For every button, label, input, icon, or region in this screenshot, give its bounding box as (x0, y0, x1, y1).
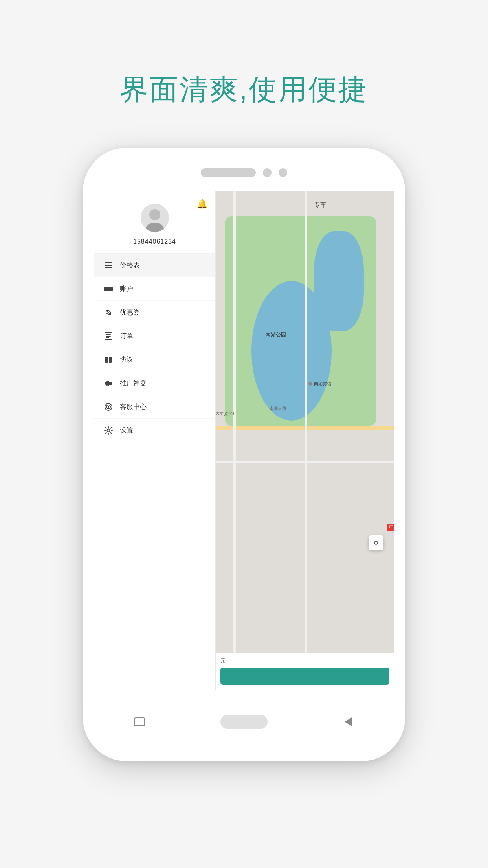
avatar (141, 204, 169, 232)
nav-back-icon (345, 717, 352, 726)
svg-rect-10 (106, 334, 111, 335)
phone-top-bar (201, 168, 287, 177)
user-phone-number: 15844061234 (133, 238, 176, 245)
svg-point-1 (149, 209, 160, 220)
map-label-university: 大学(南区) (216, 411, 234, 416)
map-label-hotel: 南湖宾馆 (308, 381, 331, 387)
svg-point-19 (108, 406, 109, 408)
nav-recent-button[interactable] (130, 712, 149, 732)
account-label: 账户 (120, 284, 133, 293)
settings-label: 设置 (120, 426, 133, 435)
map-red-text: 广 (389, 524, 393, 530)
map-view: 专车 南湖公园 南湖大路 南湖宾馆 大学(南区) (216, 191, 394, 690)
page-title: 界面清爽,使用便捷 (120, 71, 368, 108)
sidebar-item-price-list[interactable]: 价格表 (94, 254, 215, 277)
svg-rect-14 (109, 357, 112, 363)
sidebar-item-settings[interactable]: 设置 (94, 419, 215, 442)
map-hotel-text: 南湖宾馆 (314, 381, 331, 387)
svg-rect-13 (105, 357, 108, 363)
settings-icon (103, 426, 114, 435)
support-label: 客服中心 (120, 402, 147, 411)
sidebar-item-coupon[interactable]: 优惠券 (94, 301, 215, 324)
map-lake2 (314, 231, 364, 331)
svg-rect-4 (105, 265, 112, 266)
sidebar-header: 🔔 15844061234 (94, 191, 215, 254)
phone-camera-2 (279, 168, 287, 177)
sidebar-drawer: 🔔 15844061234 (94, 191, 216, 690)
svg-rect-7 (105, 289, 108, 289)
price-list-label: 价格表 (120, 261, 140, 270)
svg-rect-16 (106, 384, 107, 386)
sidebar-item-orders[interactable]: 订单 (94, 324, 215, 348)
nav-back-button[interactable] (339, 712, 358, 732)
agreement-label: 协议 (120, 355, 133, 364)
sidebar-menu: 价格表 账户 (94, 254, 215, 690)
svg-rect-3 (105, 262, 112, 263)
agreement-icon (103, 356, 114, 364)
account-icon (103, 286, 114, 292)
phone-bottom-nav (94, 702, 394, 741)
map-label-park: 南湖公园 (266, 331, 286, 338)
svg-rect-12 (106, 337, 109, 338)
price-list-icon (103, 262, 114, 268)
support-icon (103, 403, 114, 411)
orders-label: 订单 (120, 331, 133, 340)
svg-rect-15 (109, 382, 112, 385)
phone-camera-1 (263, 168, 272, 177)
sidebar-item-promotion[interactable]: 推广神器 (94, 371, 215, 395)
phone-mockup: 🔔 15844061234 (83, 148, 405, 761)
phone-screen: 🔔 15844061234 (94, 191, 394, 690)
svg-point-8 (107, 311, 108, 312)
phone-speaker (201, 168, 256, 177)
map-bottom-panel: 元 (216, 653, 394, 690)
sidebar-item-support[interactable]: 客服中心 (94, 395, 215, 419)
sidebar-item-account[interactable]: 账户 (94, 277, 215, 301)
map-road-vertical-2 (305, 191, 307, 690)
map-label-road-nanhu: 南湖大路 (269, 406, 286, 412)
map-confirm-button[interactable] (220, 668, 389, 685)
nav-home-button[interactable] (220, 715, 268, 729)
map-red-marker: 广 (387, 524, 394, 531)
svg-point-20 (107, 429, 110, 432)
map-hotel-dot (308, 382, 312, 386)
coupon-icon (103, 309, 114, 316)
nav-recent-icon (134, 717, 145, 726)
promotion-icon (103, 379, 114, 387)
promotion-label: 推广神器 (120, 379, 147, 388)
map-location-button[interactable] (369, 535, 383, 550)
coupon-label: 优惠券 (120, 308, 140, 317)
map-price-label: 元 (220, 657, 389, 664)
orders-icon (103, 332, 114, 340)
svg-rect-5 (105, 267, 112, 268)
map-road-vertical-1 (233, 191, 236, 690)
map-label-zhuanche: 专车 (314, 201, 327, 209)
svg-rect-11 (106, 336, 111, 337)
svg-point-21 (374, 541, 378, 544)
bell-icon[interactable]: 🔔 (197, 199, 207, 209)
sidebar-item-agreement[interactable]: 协议 (94, 348, 215, 371)
